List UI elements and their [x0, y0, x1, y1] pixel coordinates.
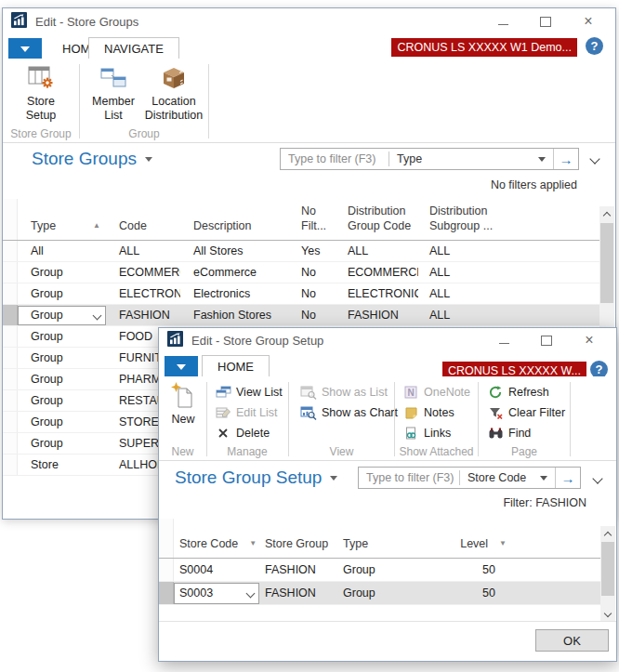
- apply-filter-button[interactable]: →: [555, 468, 580, 488]
- cell-type[interactable]: Group: [18, 287, 106, 300]
- help-icon[interactable]: ?: [586, 37, 603, 55]
- cell-code[interactable]: ELECTRONIC: [106, 287, 180, 300]
- cell-store-code[interactable]: S0004: [174, 563, 259, 576]
- cell-store-code-editing[interactable]: S0003: [174, 583, 259, 604]
- cell-no-filter[interactable]: No: [290, 266, 336, 279]
- row-selector[interactable]: [3, 348, 18, 368]
- column-header-no-filter[interactable]: No Filt...: [290, 204, 336, 241]
- cell-dist-subgroup[interactable]: ALL: [418, 244, 511, 257]
- collapse-page-chevron-icon[interactable]: [592, 473, 602, 483]
- column-header-store-code[interactable]: Store Code▼: [174, 536, 259, 558]
- refresh-button[interactable]: Refresh: [487, 383, 565, 402]
- cell-description[interactable]: Fashion Stores: [180, 309, 290, 322]
- column-header-distribution-group-code[interactable]: Distribution Group Code: [336, 204, 418, 241]
- column-header-level[interactable]: Level▼: [441, 536, 508, 558]
- table-row[interactable]: All ALL All Stores Yes ALL ALL: [3, 241, 599, 262]
- column-header-store-group[interactable]: Store Group: [259, 536, 337, 558]
- cell-dist-group[interactable]: ALL: [336, 244, 418, 257]
- cell-level[interactable]: 50: [441, 563, 508, 576]
- cell-store-group[interactable]: FASHION: [259, 586, 337, 600]
- cell-code[interactable]: FASHION: [106, 309, 180, 322]
- filter-input[interactable]: [281, 152, 389, 165]
- cell-level[interactable]: 50: [441, 586, 508, 600]
- chevron-down-icon[interactable]: [330, 476, 337, 481]
- notes-button[interactable]: Notes: [402, 403, 470, 422]
- minimize-button[interactable]: [481, 8, 524, 34]
- cell-no-filter[interactable]: Yes: [290, 244, 336, 257]
- show-as-chart-button[interactable]: Show as Chart: [300, 403, 398, 422]
- filter-input[interactable]: [359, 471, 459, 484]
- cell-type[interactable]: Group: [18, 415, 106, 428]
- column-header-type[interactable]: Type▲: [18, 218, 106, 240]
- column-header-distribution-subgroup[interactable]: Distribution Subgroup ...: [418, 204, 511, 241]
- clear-filter-button[interactable]: Clear Filter: [487, 403, 565, 422]
- collapse-page-chevron-icon[interactable]: [589, 153, 599, 164]
- cell-type[interactable]: All: [18, 244, 106, 257]
- cell-code[interactable]: ALL: [106, 244, 180, 257]
- column-header-type[interactable]: Type: [337, 536, 441, 558]
- cell-no-filter[interactable]: No: [290, 309, 336, 322]
- column-header-code[interactable]: Code: [106, 218, 180, 240]
- cell-type[interactable]: Group: [18, 351, 106, 364]
- minimize-button[interactable]: [482, 328, 525, 352]
- table-row[interactable]: S0004 FASHION Group 50: [159, 559, 600, 582]
- column-header-description[interactable]: Description: [180, 218, 290, 240]
- cell-dist-subgroup[interactable]: ALL: [418, 287, 511, 300]
- row-selector[interactable]: [3, 390, 18, 411]
- chevron-down-icon[interactable]: [145, 157, 152, 162]
- row-selector[interactable]: [159, 582, 174, 604]
- cell-type[interactable]: Group: [337, 586, 441, 600]
- filter-field-dropdown[interactable]: Type: [389, 152, 553, 165]
- row-selector[interactable]: [3, 241, 18, 261]
- row-selector[interactable]: [3, 262, 18, 283]
- row-selector[interactable]: [3, 283, 18, 304]
- cell-type[interactable]: Group: [18, 373, 106, 386]
- cell-store-group[interactable]: FASHION: [259, 563, 337, 576]
- view-list-button[interactable]: View List: [215, 383, 283, 402]
- maximize-button[interactable]: [525, 328, 568, 352]
- scroll-up-button[interactable]: [600, 526, 615, 541]
- cell-type-editing[interactable]: Group: [18, 306, 106, 325]
- cell-dist-subgroup[interactable]: ALL: [418, 309, 511, 322]
- tab-navigate[interactable]: NAVIGATE: [88, 37, 179, 59]
- cell-dist-subgroup[interactable]: ALL: [418, 266, 511, 279]
- cell-type[interactable]: Group: [18, 330, 106, 343]
- cell-type[interactable]: Group: [18, 437, 106, 450]
- row-selector[interactable]: [3, 433, 18, 454]
- row-selector[interactable]: [3, 412, 18, 432]
- edit-list-button[interactable]: Edit List: [215, 403, 283, 422]
- cell-description[interactable]: All Stores: [180, 244, 290, 257]
- titlebar[interactable]: Edit - Store Group Setup ×: [159, 328, 616, 352]
- delete-button[interactable]: Delete: [215, 424, 283, 442]
- cell-code[interactable]: ECOMMERCE: [106, 266, 180, 279]
- location-distribution-button[interactable]: Location Distribution: [141, 63, 206, 123]
- store-setup-button[interactable]: Store Setup: [12, 63, 70, 123]
- tab-home[interactable]: HOME: [202, 355, 270, 377]
- onenote-button[interactable]: NOneNote: [402, 383, 470, 402]
- cell-type[interactable]: Store: [18, 458, 106, 471]
- table-row[interactable]: Group ELECTRONIC Electronics No ELECTRON…: [3, 283, 599, 305]
- ok-button[interactable]: OK: [535, 629, 609, 652]
- filter-field-dropdown[interactable]: Store Code: [460, 471, 555, 484]
- table-row-selected[interactable]: S0003 FASHION Group 50: [159, 582, 600, 605]
- cell-no-filter[interactable]: No: [290, 287, 336, 300]
- vertical-scrollbar[interactable]: [600, 526, 615, 622]
- application-menu-button[interactable]: [8, 38, 42, 60]
- application-menu-button[interactable]: [165, 356, 198, 378]
- cell-description[interactable]: Electronics: [180, 287, 290, 300]
- scroll-up-button[interactable]: [599, 206, 614, 221]
- scroll-down-button[interactable]: [600, 607, 615, 622]
- close-button[interactable]: ×: [567, 8, 610, 34]
- row-selector[interactable]: [159, 559, 174, 581]
- row-selector[interactable]: [3, 369, 18, 389]
- find-button[interactable]: Find: [487, 424, 565, 442]
- row-selector[interactable]: [3, 455, 18, 475]
- chevron-down-icon[interactable]: [93, 310, 102, 320]
- row-selector[interactable]: [3, 305, 18, 325]
- table-row[interactable]: Group ECOMMERCE eCommerce No ECOMMERCE A…: [3, 262, 599, 283]
- titlebar[interactable]: Edit - Store Groups ×: [3, 8, 615, 34]
- table-row-selected[interactable]: Group FASHION Fashion Stores No FASHION …: [3, 305, 599, 326]
- cell-type[interactable]: Group: [337, 563, 441, 576]
- scrollbar-thumb[interactable]: [601, 542, 614, 596]
- cell-type[interactable]: Group: [18, 266, 106, 279]
